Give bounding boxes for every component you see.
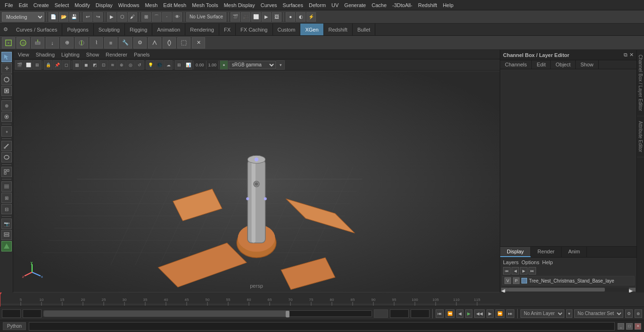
xgen-btn-4[interactable]: ↓ <box>46 37 59 49</box>
command-input[interactable] <box>29 322 615 331</box>
vp-smooth2[interactable]: ◩ <box>91 60 99 70</box>
scroll-thumb[interactable] <box>508 288 605 292</box>
jump-end-btn[interactable]: ⏭ <box>506 309 514 318</box>
vp-sel[interactable]: ◻ <box>62 60 70 70</box>
render-settings[interactable]: 🎬 <box>231 12 240 22</box>
vp-bounding[interactable]: ⊡ <box>99 60 108 70</box>
snap-point[interactable]: · <box>162 12 172 22</box>
range-slider[interactable] <box>43 310 372 317</box>
cb-tab-channels[interactable]: Channels <box>500 60 532 69</box>
current-frame-input[interactable]: 1 <box>2 309 21 318</box>
vp-lock[interactable]: 🔒 <box>44 60 52 70</box>
char-set-select[interactable]: No Character Set <box>574 309 623 318</box>
menu-display[interactable]: Display <box>93 1 116 9</box>
vp-snap[interactable]: 📌 <box>53 60 61 70</box>
paint-effects-btn[interactable] <box>1 141 12 151</box>
menu-cache[interactable]: Cache <box>369 1 389 9</box>
v-tab-channel-box[interactable]: Channel Box / Layer Editor <box>637 50 644 116</box>
tab-rigging[interactable]: Rigging <box>125 24 152 35</box>
tab-bullet[interactable]: Bullet <box>353 24 376 35</box>
win-min-btn[interactable]: _ <box>618 323 624 330</box>
timeline-bar[interactable]: 5 10 15 20 25 30 35 40 45 50 5 <box>0 292 644 307</box>
prev-key-btn[interactable]: ⏪ <box>446 309 454 318</box>
xgen-icon-btn[interactable] <box>1 241 12 251</box>
panel-float-btn[interactable]: ⧉ <box>624 52 627 58</box>
layer-row-item[interactable]: V P Tree_Nest_Christmas_Stand_Base_laye <box>502 276 635 285</box>
tab-sculpting[interactable]: Sculpting <box>94 24 125 35</box>
vp-gamma-select[interactable]: sRGB gamma <box>229 61 276 69</box>
move-tool-btn[interactable]: ✛ <box>1 63 12 73</box>
xgen-btn-14[interactable]: ✕ <box>192 37 205 49</box>
vp-colorspace-btn[interactable]: ● <box>220 60 228 70</box>
universal-manip-btn[interactable]: ⊕ <box>1 100 12 111</box>
cb-tab-edit[interactable]: Edit <box>532 60 551 69</box>
play-btn[interactable]: ▶ <box>465 309 472 318</box>
sculpt-btn[interactable] <box>1 152 12 162</box>
cb-tab-show[interactable]: Show <box>576 60 599 69</box>
xgen-btn-9[interactable]: 🔧 <box>119 37 132 49</box>
menu-meshtools[interactable]: Mesh Tools <box>189 1 221 9</box>
minus-btn[interactable]: ⊟ <box>1 204 12 214</box>
win-restore-btn[interactable]: □ <box>626 323 633 330</box>
range-end-frame[interactable]: 120 <box>374 309 388 318</box>
menu-mesh[interactable]: Mesh <box>142 1 160 9</box>
xgen-btn-12[interactable] <box>163 37 176 49</box>
tab-settings-icon[interactable]: ⚙ <box>0 24 11 35</box>
layer-scrollbar[interactable]: ◀ ▶ <box>501 288 636 292</box>
xgen-btn-2[interactable]: ◎ <box>17 37 30 49</box>
pb-tab-anim[interactable]: Anim <box>561 247 587 257</box>
mode-selector[interactable]: Modeling <box>2 12 44 22</box>
xgen-btn-8[interactable]: ≡ <box>104 37 117 49</box>
plus-minus-btn[interactable]: ⊞ <box>1 193 12 203</box>
redo-button[interactable]: ↪ <box>93 12 103 22</box>
vp-lights-on[interactable]: 💡 <box>146 60 155 70</box>
select-tool[interactable]: ▶ <box>107 12 116 22</box>
camera-btn[interactable]: 📷 <box>1 219 12 229</box>
new-file-button[interactable]: 📄 <box>49 12 58 22</box>
paint-tool[interactable]: 🖌 <box>128 12 137 22</box>
vp-hud[interactable]: 📊 <box>184 60 192 70</box>
scroll-right-btn[interactable]: ▶ <box>629 288 636 292</box>
xgen-btn-10[interactable]: ⚙ <box>133 37 147 49</box>
layer-nav-last[interactable]: ⏭ <box>528 267 536 275</box>
last-tool-btn[interactable]: ⌖ <box>1 126 12 137</box>
panel-close-btn[interactable]: ✕ <box>629 52 634 58</box>
vp-menu-show[interactable]: Show <box>83 51 102 58</box>
menu-select[interactable]: Select <box>52 1 72 9</box>
menu-editmesh[interactable]: Edit Mesh <box>160 1 189 9</box>
char-set-extra[interactable]: ⊕ <box>635 309 642 318</box>
soft-select-btn[interactable] <box>1 112 12 122</box>
vp-menu-panels[interactable]: Panels <box>131 51 153 58</box>
menu-uv[interactable]: UV <box>329 1 341 9</box>
layer-playback-btn[interactable]: P <box>513 277 520 284</box>
range-start-input[interactable]: 1 <box>23 309 41 318</box>
python-mode-btn[interactable]: Python <box>3 322 26 330</box>
render-region[interactable]: ⬜ <box>251 12 261 22</box>
scroll-left-btn[interactable]: ◀ <box>501 288 508 292</box>
render-display[interactable]: 🖼 <box>272 12 281 22</box>
menu-create[interactable]: Create <box>31 1 52 9</box>
show-manip-btn[interactable] <box>1 167 12 177</box>
layer-nav-next[interactable]: ▶ <box>520 267 528 275</box>
menu-windows[interactable]: Windows <box>116 1 142 9</box>
vp-ao[interactable]: ☁ <box>164 60 173 70</box>
v-tab-attribute-editor[interactable]: Attribute Editor <box>637 116 644 157</box>
char-set-settings[interactable]: ⚙ <box>625 309 633 318</box>
anim-layer-select[interactable]: No Anim Layer <box>520 309 564 318</box>
scale-tool-btn[interactable] <box>1 86 12 96</box>
snap-grid[interactable]: ⊞ <box>141 12 151 22</box>
cb-tab-object[interactable]: Object <box>551 60 576 69</box>
display-layer-btn[interactable] <box>1 230 12 240</box>
layer-nav-prev[interactable]: ◀ <box>512 267 519 275</box>
input-output[interactable]: ⚡ <box>306 12 316 22</box>
vp-wireframe[interactable]: ▦ <box>73 60 81 70</box>
open-file-button[interactable]: 📂 <box>59 12 68 22</box>
vp-gamma-arrow[interactable]: ▾ <box>276 60 285 70</box>
pb-tab-display[interactable]: Display <box>500 247 531 257</box>
snap-view[interactable]: 👁 <box>173 12 182 22</box>
menu-meshdisplay[interactable]: Mesh Display <box>221 1 258 9</box>
menu-edit[interactable]: Edit <box>16 1 31 9</box>
tab-rendering[interactable]: Rendering <box>185 24 219 35</box>
layer-visible-btn[interactable]: V <box>504 277 511 284</box>
tab-custom[interactable]: Custom <box>273 24 301 35</box>
